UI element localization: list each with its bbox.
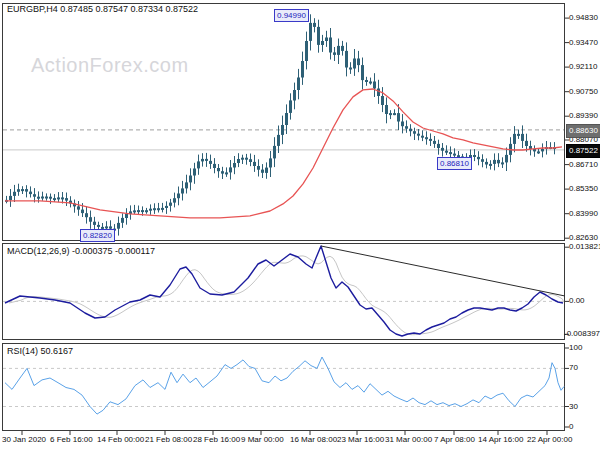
- time-axis-label: 6 Feb 16:00: [50, 435, 93, 444]
- rsi-indicator-label: RSI(14) 50.6167: [7, 346, 73, 356]
- rsi-axis-label: 0: [569, 423, 573, 431]
- price-axis-label-resistance: 0.88630: [566, 124, 600, 138]
- time-axis-label: 9 Mar 00:00: [241, 435, 284, 444]
- watermark-logo: ActionForex.com: [31, 54, 189, 77]
- time-axis-label: 23 Mar 16:00: [337, 435, 384, 444]
- price-axis-label: 0.93470: [569, 39, 598, 47]
- rsi-axis-label: 30: [569, 403, 578, 411]
- candlestick-series: [5, 14, 556, 235]
- macd-signal-line: [9, 256, 563, 335]
- macd-axis-label: 0.013821: [569, 243, 600, 251]
- macd-indicator-label: MACD(12,26,9) -0.000375 -0.000117: [7, 246, 155, 256]
- time-axis-label: 21 Feb 08:00: [145, 435, 192, 444]
- price-axis-label: 0.90750: [569, 88, 598, 96]
- price-axis-label: 0.82630: [569, 234, 598, 242]
- price-axis-label: 0.94830: [569, 14, 598, 22]
- price-annotation-low: 0.82820: [80, 229, 115, 242]
- price-axis-label: 0.83990: [569, 210, 598, 218]
- rsi-axis-label: 100: [569, 344, 582, 352]
- macd-axis-label: 0.00: [569, 297, 585, 305]
- time-axis-label: 30 Jan 2020: [2, 435, 46, 444]
- price-axis-label: 0.92110: [569, 63, 597, 71]
- price-axis-label: 0.85350: [569, 185, 598, 193]
- macd-line: [5, 246, 563, 336]
- time-axis-label: 22 Apr 00:00: [527, 435, 572, 444]
- time-axis-label: 31 Mar 00:00: [385, 435, 432, 444]
- rsi-line: [5, 357, 564, 414]
- price-annotation-high: 0.94990: [274, 9, 309, 22]
- price-axis-label-current: 0.87522: [566, 144, 600, 158]
- rsi-axis-label: 70: [569, 364, 578, 372]
- time-axis-label: 14 Feb 00:00: [97, 435, 144, 444]
- axis-tick-marks: [22, 18, 569, 435]
- symbol-ohlc-header: EURGBP,H4 0.87485 0.87547 0.87334 0.8752…: [7, 4, 198, 14]
- time-axis-label: 28 Feb 16:00: [193, 435, 240, 444]
- time-axis-label: 16 Mar 08:00: [290, 435, 337, 444]
- price-axis-label: 0.89390: [569, 112, 598, 120]
- price-annotation-support: 0.86810: [437, 157, 472, 170]
- macd-axis-label: -0.008397: [564, 330, 600, 338]
- time-axis-label: 7 Apr 08:00: [434, 435, 475, 444]
- forex-chart: ActionForex.com EURGBP,H4 0.87485 0.8754…: [0, 0, 600, 450]
- price-axis-label: 0.86710: [569, 161, 598, 169]
- time-axis-label: 14 Apr 16:00: [478, 435, 523, 444]
